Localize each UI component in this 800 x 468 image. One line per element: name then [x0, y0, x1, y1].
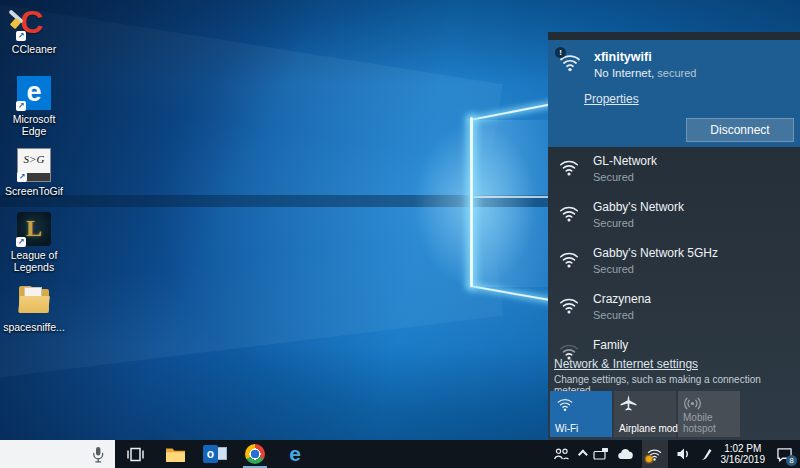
outlook-button[interactable]: o: [195, 440, 235, 468]
chrome-button[interactable]: [235, 440, 275, 468]
wifi-signal-icon: [558, 156, 580, 178]
network-item-gabbys-network[interactable]: Gabby's Network Secured: [548, 196, 800, 242]
outlook-icon: o: [203, 444, 227, 464]
airplane-icon: [620, 395, 637, 412]
taskbar: o e: [0, 440, 800, 468]
file-explorer-button[interactable]: [155, 440, 195, 468]
wifi-signal-icon: [556, 395, 574, 413]
connected-ssid: xfinitywifi: [594, 50, 696, 64]
desktop-icon-screentogif[interactable]: S>G ↗ ScreenToGif: [2, 148, 66, 197]
shortcut-arrow-icon: ↗: [16, 31, 26, 41]
microphone-icon: [92, 446, 104, 463]
ccleaner-icon: C ↗: [17, 6, 51, 40]
properties-link[interactable]: Properties: [584, 92, 639, 106]
edge-icon: e: [289, 444, 301, 464]
airplane-mode-tile[interactable]: Airplane mode: [614, 391, 676, 437]
wifi-signal-icon: [558, 202, 580, 224]
chrome-icon: [245, 444, 265, 464]
folder-icon: [17, 284, 51, 318]
task-view-button[interactable]: [115, 440, 155, 468]
wifi-toggle-tile[interactable]: Wi-Fi: [550, 391, 612, 437]
people-icon[interactable]: [553, 447, 570, 461]
shortcut-arrow-icon: ↗: [17, 172, 27, 182]
desktop-icon-ccleaner[interactable]: C ↗ CCleaner: [2, 6, 66, 55]
league-of-legends-icon: L ↗: [17, 212, 51, 246]
chevron-up-icon: [577, 449, 587, 459]
disconnect-button[interactable]: Disconnect: [686, 118, 794, 142]
desktop-icon-edge[interactable]: e ↗ Microsoft Edge: [2, 76, 66, 137]
taskbar-search-input[interactable]: [0, 440, 115, 468]
desktop-icon-label: Microsoft Edge: [2, 113, 66, 137]
notification-count-badge: 8: [786, 455, 797, 466]
desktop-icon-label: League of Legends: [2, 249, 66, 273]
system-tray: 1:02 PM 3/16/2019 8: [553, 440, 800, 468]
shortcut-arrow-icon: ↗: [16, 237, 26, 247]
connected-network-xfinitywifi[interactable]: ! xfinitywifi No Internet, secured Prope…: [548, 40, 800, 147]
desktop-icon-league-of-legends[interactable]: L ↗ League of Legends: [2, 212, 66, 273]
windows-desktop: C ↗ CCleaner e ↗ Microsoft Edge S>G ↗ Sc…: [0, 0, 800, 468]
network-item-crazynena[interactable]: Crazynena Secured: [548, 288, 800, 334]
desktop-icon-label: ScreenToGif: [2, 185, 66, 197]
wifi-flyout-panel: ! xfinitywifi No Internet, secured Prope…: [548, 32, 800, 440]
action-center-button[interactable]: 8: [773, 442, 795, 466]
safely-remove-hardware-icon[interactable]: [593, 447, 609, 461]
mobile-hotspot-tile[interactable]: Mobile hotspot: [678, 391, 740, 437]
wifi-status-icon[interactable]: [642, 440, 668, 468]
wifi-no-internet-icon: !: [558, 50, 582, 74]
task-view-icon: [126, 447, 145, 462]
network-item-gabbys-network-5ghz[interactable]: Gabby's Network 5GHz Secured: [548, 242, 800, 288]
no-internet-badge: !: [555, 47, 566, 58]
desktop-icon-label: spacesniffe...: [2, 321, 66, 333]
quick-action-tiles: Wi-Fi Airplane mode Mobile hotspot: [550, 391, 740, 437]
shortcut-arrow-icon: ↗: [16, 101, 26, 111]
connection-status: No Internet, secured: [594, 67, 696, 79]
edge-icon: e ↗: [17, 76, 51, 110]
windows-ink-icon[interactable]: [699, 447, 713, 461]
onedrive-cloud-icon[interactable]: [617, 448, 634, 460]
network-item-gl-network[interactable]: GL-Network Secured: [548, 150, 800, 196]
desktop-icon-spacesniffer[interactable]: spacesniffe...: [2, 284, 66, 333]
no-internet-warning-dot: [646, 456, 652, 462]
desktop-icon-label: CCleaner: [2, 43, 66, 55]
show-hidden-icons-button[interactable]: [578, 451, 585, 458]
file-explorer-icon: [165, 446, 186, 463]
taskbar-clock[interactable]: 1:02 PM 3/16/2019: [721, 443, 766, 465]
clock-time: 1:02 PM: [721, 443, 766, 454]
wifi-signal-icon: [558, 248, 580, 270]
mobile-hotspot-icon: [684, 395, 701, 412]
wifi-signal-icon: [558, 294, 580, 316]
speaker-icon[interactable]: [676, 447, 691, 461]
screentogif-icon: S>G ↗: [17, 148, 51, 182]
clock-date: 3/16/2019: [721, 454, 766, 465]
network-internet-settings-link[interactable]: Network & Internet settings: [554, 357, 698, 371]
edge-button[interactable]: e: [275, 440, 315, 468]
